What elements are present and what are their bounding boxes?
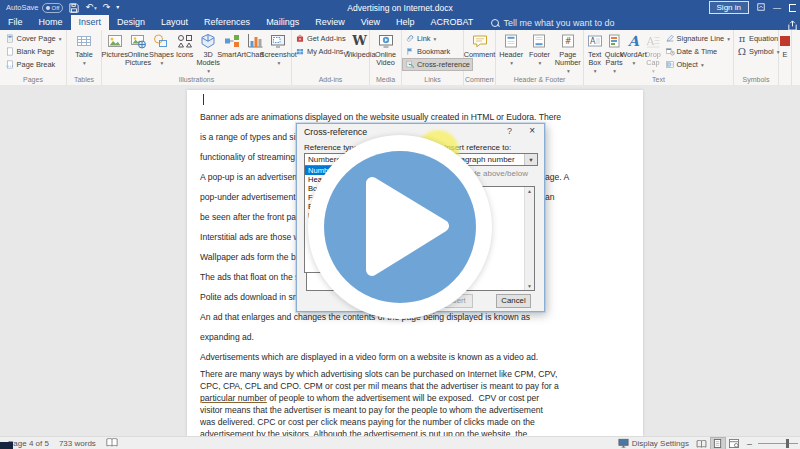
tab-mailings[interactable]: Mailings — [258, 15, 307, 30]
ribbon-button-shapes[interactable]: Shapes▾ — [150, 30, 173, 75]
grammar-underlined-text: particular number — [200, 393, 267, 403]
ribbon-button-table[interactable]: Table▾ — [68, 30, 100, 75]
ribbon-button-e[interactable]: E — [780, 30, 790, 75]
tab-acrobat[interactable]: ACROBAT — [423, 15, 482, 30]
ribbon-group-addins: Get Add-insMy Add-ins▾WWikipediaAdd-ins — [292, 30, 370, 85]
ribbon-button-online-video[interactable]: Online Video — [371, 30, 400, 75]
tab-review[interactable]: Review — [307, 15, 353, 30]
get-addins-icon — [295, 34, 305, 44]
autosave-state: Off — [52, 5, 60, 11]
customize-qat-icon[interactable]: ▾ — [116, 3, 119, 12]
ribbon-group-tables: Table▾Tables — [67, 30, 102, 85]
autosave-toggle[interactable]: AutoSave Off — [6, 3, 63, 13]
tab-help[interactable]: Help — [388, 15, 423, 30]
ribbon-button-bookmark[interactable]: Bookmark — [403, 46, 472, 57]
button-label: Cross-reference — [417, 60, 470, 69]
ribbon-button-object[interactable]: Object▾ — [663, 59, 732, 70]
zoom-slider[interactable] — [758, 443, 798, 444]
play-icon — [360, 174, 455, 279]
tab-home[interactable]: Home — [31, 15, 71, 30]
tab-insert[interactable]: Insert — [71, 15, 110, 30]
zoom-out-button[interactable]: – — [747, 439, 752, 449]
tab-design[interactable]: Design — [109, 15, 153, 30]
button-label: Date & Time — [677, 47, 718, 56]
blank-page-icon — [5, 47, 15, 57]
maximize-button[interactable] — [789, 4, 796, 12]
video-play-button[interactable] — [308, 135, 492, 319]
ribbon-button-page-break[interactable]: Page Break — [3, 59, 64, 70]
redo-icon[interactable]: ↷ — [103, 3, 111, 12]
undo-icon[interactable]: ↶▾ — [85, 3, 96, 13]
ribbon-button-wordart[interactable]: AWordArt▾ — [624, 30, 643, 75]
ribbon-button-my-add-ins[interactable]: My Add-ins▾ — [293, 46, 351, 57]
cancel-button[interactable]: Cancel — [496, 294, 531, 308]
dialog-close-icon[interactable]: × — [529, 125, 535, 136]
ribbon-button-smartart[interactable]: SmartArt — [220, 30, 243, 75]
signature-line-icon — [665, 34, 675, 44]
wikipedia-icon: W — [352, 33, 367, 49]
ribbon-button-get-add-ins[interactable]: Get Add-ins — [293, 33, 351, 44]
pictures-icon — [106, 33, 124, 49]
minimize-button[interactable]: — — [773, 3, 781, 12]
group-label — [780, 75, 790, 85]
group-label: Pages — [1, 75, 65, 85]
table-icon — [75, 33, 93, 49]
ribbon-display-options-icon[interactable] — [757, 3, 765, 13]
group-label: Links — [403, 75, 462, 85]
bookmark-icon — [405, 47, 415, 57]
svg-text:#: # — [564, 37, 571, 46]
tab-references[interactable]: References — [196, 15, 258, 30]
ribbon-button-online-pictures[interactable]: Online Pictures — [126, 30, 149, 75]
print-layout-button[interactable] — [711, 438, 725, 449]
ribbon-button-wikipedia[interactable]: WWikipedia — [351, 30, 368, 75]
web-layout-button[interactable] — [727, 438, 741, 449]
ribbon-button-comment[interactable]: Comment — [465, 30, 494, 75]
embed-icon — [776, 33, 794, 49]
button-label: Drop Cap — [643, 51, 662, 67]
ribbon-button-drop-cap[interactable]: ADrop Cap▾ — [643, 30, 662, 75]
button-label: Page Break — [17, 60, 56, 69]
read-mode-button[interactable] — [695, 438, 709, 449]
screenshot-icon — [269, 33, 287, 49]
ribbon-button-blank-page[interactable]: Blank Page — [3, 46, 64, 57]
display-settings-label: Display Settings — [632, 439, 689, 448]
ribbon-button-header[interactable]: Header▾ — [497, 30, 525, 75]
ribbon-button-cover-page[interactable]: Cover Page▾ — [3, 33, 64, 44]
dialog-help-button[interactable]: ? — [507, 126, 512, 136]
page-break-icon — [5, 60, 15, 70]
ribbon-button-link[interactable]: Link▾ — [403, 33, 472, 44]
svg-text:A: A — [590, 37, 596, 46]
chevron-down-icon[interactable]: ▼ — [524, 154, 537, 165]
tab-view[interactable]: View — [353, 15, 388, 30]
tab-layout[interactable]: Layout — [153, 15, 196, 30]
ribbon-button-pictures[interactable]: Pictures — [103, 30, 126, 75]
ribbon-button-cross-reference[interactable]: Cross-reference — [403, 59, 472, 70]
sign-in-button[interactable]: Sign in — [709, 1, 749, 14]
ribbon-group-media: Online VideoMedia — [370, 30, 402, 85]
ribbon-button-icons[interactable]: Icons — [173, 30, 196, 75]
group-label: Text — [585, 75, 732, 85]
display-settings-button[interactable]: Display Settings — [618, 438, 689, 449]
quick-parts-icon — [605, 33, 623, 49]
ribbon-button-page-number[interactable]: #Page Number▾ — [554, 30, 582, 75]
ribbon-button-screenshot[interactable]: Screenshot▾ — [267, 30, 290, 75]
ribbon-button-signature-line[interactable]: Signature Line▾ — [663, 33, 732, 44]
tell-me-search[interactable]: Tell me what you want to do — [481, 15, 614, 30]
ribbon-button-footer[interactable]: Footer▾ — [525, 30, 553, 75]
scroll-up-icon[interactable]: ▲ — [525, 188, 534, 194]
button-label: Page Number — [554, 51, 582, 67]
ribbon-button-text-box[interactable]: AText Box▾ — [585, 30, 604, 75]
tab-file[interactable]: File — [0, 15, 31, 30]
page-indicator[interactable]: Page 4 of 5 — [8, 439, 49, 448]
save-icon[interactable] — [69, 3, 79, 13]
scroll-down-icon[interactable]: ▼ — [525, 283, 534, 289]
zoom-slider-thumb[interactable] — [786, 439, 789, 448]
button-label: Get Add-ins — [307, 34, 346, 43]
proofing-icon[interactable] — [106, 438, 118, 449]
word-count[interactable]: 733 words — [59, 439, 96, 448]
chevron-down-icon: ▾ — [434, 36, 437, 42]
search-icon — [491, 19, 499, 27]
button-label: Text Box — [585, 51, 604, 67]
ribbon-button-date-time[interactable]: Date & Time — [663, 46, 732, 57]
listbox-scrollbar[interactable]: ▲ ▼ — [524, 187, 534, 290]
